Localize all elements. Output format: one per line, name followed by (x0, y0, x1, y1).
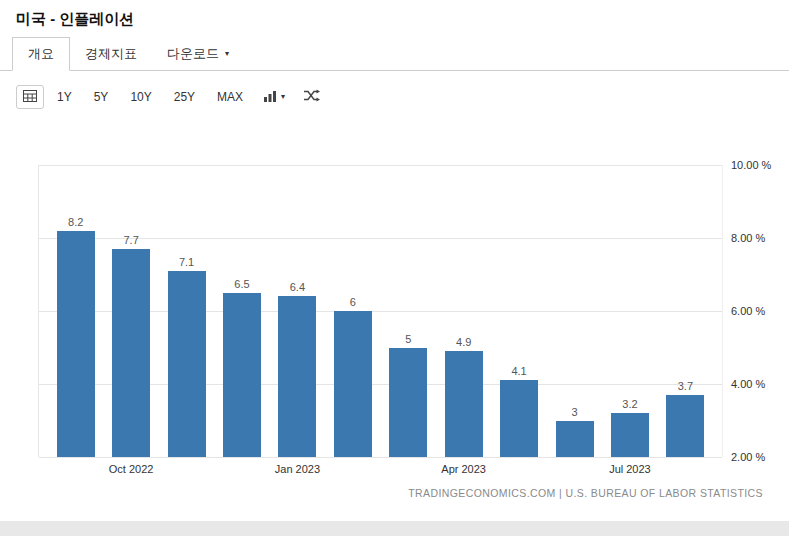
bar-value-label: 4.9 (456, 336, 471, 348)
bar[interactable] (223, 293, 261, 457)
header: 미국 - 인플레이션 (0, 0, 789, 35)
bar-chart-icon (263, 88, 277, 106)
range-button-10y[interactable]: 10Y (121, 86, 160, 108)
bar-value-label: 7.1 (179, 256, 194, 268)
bar-value-label: 5 (405, 333, 411, 345)
bar[interactable] (389, 348, 427, 458)
chart: 8.27.77.16.56.4654.94.133.23.7 10.00 %8.… (0, 165, 789, 481)
bar[interactable] (112, 249, 150, 457)
page-title: 미국 - 인플레이션 (16, 10, 773, 29)
bar-slot: 6.4 (270, 281, 325, 457)
bar-slot: 3.7 (658, 380, 713, 457)
x-axis-cell (325, 463, 380, 475)
tab-overview[interactable]: 개요 (12, 37, 70, 71)
y-axis-label: 4.00 % (731, 378, 765, 390)
bar[interactable] (556, 421, 594, 458)
bar-slot: 6.5 (214, 278, 269, 457)
x-axis-cell (491, 463, 546, 475)
range-button-1y[interactable]: 1Y (48, 86, 81, 108)
caret-down-icon: ▾ (225, 50, 229, 58)
bar-value-label: 6.5 (234, 278, 249, 290)
x-axis-cell (48, 463, 103, 475)
bars-layer: 8.27.77.16.56.4654.94.133.23.7 (38, 165, 723, 457)
range-button-25y[interactable]: 25Y (165, 86, 204, 108)
bar[interactable] (611, 413, 649, 457)
tab-download[interactable]: 다운로드 ▾ (152, 38, 244, 70)
gridline (39, 457, 722, 458)
chart-attribution: TRADINGECONOMICS.COM | U.S. BUREAU OF LA… (0, 487, 789, 499)
chart-toolbar: 1Y 5Y 10Y 25Y MAX ▾ (0, 71, 789, 121)
bar[interactable] (334, 311, 372, 457)
x-axis-label: Apr 2023 (436, 463, 491, 475)
x-axis-cell (658, 463, 713, 475)
y-axis-label: 10.00 % (731, 159, 771, 171)
range-button-max[interactable]: MAX (208, 86, 252, 108)
x-axis-label: Oct 2022 (103, 463, 158, 475)
bar[interactable] (666, 395, 704, 457)
bar[interactable] (168, 271, 206, 457)
x-axis-cell (381, 463, 436, 475)
y-axis-label: 8.00 % (731, 232, 765, 244)
tab-economic-indicators[interactable]: 경제지표 (70, 38, 152, 70)
bar-value-label: 4.1 (511, 365, 526, 377)
bar-slot: 5 (381, 333, 436, 458)
chart-type-button[interactable]: ▾ (256, 84, 292, 110)
y-axis-label: 6.00 % (731, 305, 765, 317)
bar[interactable] (57, 231, 95, 457)
x-axis-cell (547, 463, 602, 475)
tab-overview-label: 개요 (28, 45, 54, 63)
bar[interactable] (500, 380, 538, 457)
x-axis-cell (214, 463, 269, 475)
bar-value-label: 3 (571, 406, 577, 418)
x-axis-label: Jul 2023 (602, 463, 657, 475)
bar-slot: 4.9 (436, 336, 491, 457)
bar-value-label: 3.7 (678, 380, 693, 392)
bar-value-label: 8.2 (68, 216, 83, 228)
calendar-icon (23, 88, 37, 106)
shuffle-icon (303, 88, 320, 106)
y-axis-label: 2.00 % (731, 451, 765, 463)
bars: 8.27.77.16.56.4654.94.133.23.7 (38, 165, 723, 457)
trading-economics-page: 미국 - 인플레이션 개요 경제지표 다운로드 ▾ 1Y (0, 0, 789, 536)
bar-slot: 8.2 (48, 216, 103, 457)
bar-slot: 6 (325, 296, 380, 457)
x-axis: Oct 2022Jan 2023Apr 2023Jul 2023 (38, 463, 723, 475)
bar-slot: 4.1 (491, 365, 546, 457)
calendar-button[interactable] (16, 85, 44, 109)
bar-value-label: 7.7 (123, 234, 138, 246)
tab-economic-indicators-label: 경제지표 (85, 45, 137, 63)
tab-download-label: 다운로드 (167, 45, 219, 63)
bar[interactable] (445, 351, 483, 457)
compare-button[interactable] (296, 84, 327, 110)
bottom-strip (0, 521, 789, 536)
x-axis-cell (159, 463, 214, 475)
bar[interactable] (278, 296, 316, 457)
y-axis: 10.00 %8.00 %6.00 %4.00 %2.00 % (725, 165, 789, 457)
x-axis-label: Jan 2023 (270, 463, 325, 475)
bar-slot: 7.1 (159, 256, 214, 457)
bar-slot: 7.7 (103, 234, 158, 457)
range-button-5y[interactable]: 5Y (85, 86, 118, 108)
caret-down-icon: ▾ (281, 93, 285, 101)
bar-value-label: 6 (350, 296, 356, 308)
bar-slot: 3 (547, 406, 602, 458)
tab-bar: 개요 경제지표 다운로드 ▾ (0, 37, 789, 71)
bar-value-label: 3.2 (622, 398, 637, 410)
bar-value-label: 6.4 (290, 281, 305, 293)
bar-slot: 3.2 (602, 398, 657, 457)
